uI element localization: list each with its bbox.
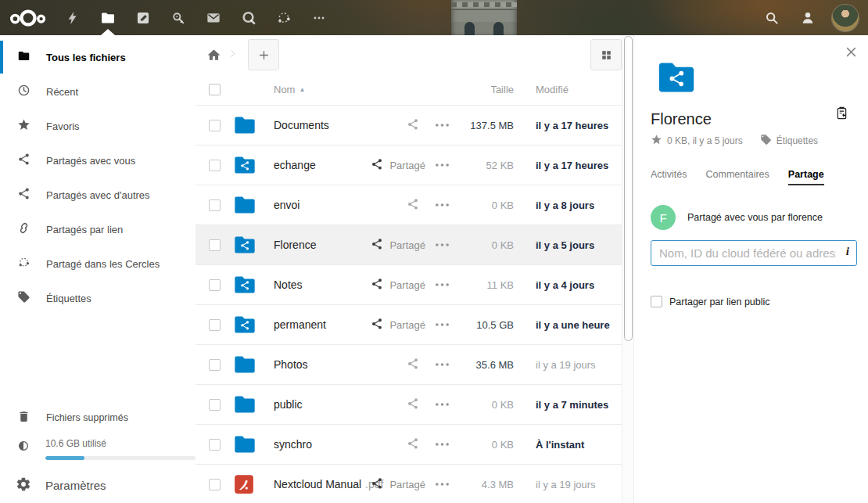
file-name[interactable]: Notes <box>274 278 348 291</box>
passwords-icon[interactable] <box>160 0 195 35</box>
file-size: 35.6 MB <box>457 359 514 371</box>
file-name[interactable]: Florence <box>274 239 348 251</box>
column-name[interactable]: Nom ▲ <box>274 84 348 95</box>
file-row[interactable]: Florence Partagé 0 KB il y a 5 jours <box>195 225 622 265</box>
row-checkbox[interactable] <box>209 359 221 371</box>
activity-icon[interactable] <box>55 0 90 35</box>
file-row[interactable]: Nextcloud Manual.pdf Partagé 4.3 MB il y… <box>195 465 622 503</box>
row-checkbox[interactable] <box>209 319 221 331</box>
share-recipient-input[interactable] <box>651 240 857 266</box>
sidebar-item-shared-by-link[interactable]: Partagés par lien <box>0 212 195 246</box>
share-action[interactable] <box>348 118 426 133</box>
row-actions-menu[interactable] <box>426 482 457 487</box>
mail-icon[interactable] <box>195 0 231 35</box>
sidebar-item-settings[interactable]: Paramètres <box>0 468 195 503</box>
file-name[interactable]: Nextcloud Manual.pdf <box>274 478 348 490</box>
sidebar-item-all-files[interactable]: Tous les fichiers <box>0 40 195 74</box>
share-action[interactable]: Partagé <box>348 278 426 293</box>
row-checkbox[interactable] <box>209 160 221 171</box>
file-row[interactable]: public 0 KB il y a 7 minutes <box>195 385 622 425</box>
share-action[interactable]: Partagé <box>348 238 426 253</box>
search-icon[interactable] <box>760 0 784 35</box>
row-checkbox[interactable] <box>209 239 221 251</box>
file-list-scrollbar[interactable] <box>622 35 633 503</box>
file-name[interactable]: permanent <box>274 318 348 331</box>
file-modified: il y a 19 jours <box>514 359 622 371</box>
contacts-icon[interactable] <box>796 0 820 35</box>
file-name[interactable]: envoi <box>274 199 348 211</box>
row-actions-menu[interactable] <box>426 322 457 327</box>
sidebar-item-tags[interactable]: Étiquettes <box>0 281 195 315</box>
shared-label: Partagé <box>389 319 425 331</box>
file-row[interactable]: echange Partagé 52 KB il y a 17 heures <box>195 146 622 185</box>
file-name[interactable]: public <box>274 398 348 411</box>
row-actions-menu[interactable] <box>426 402 457 407</box>
file-row[interactable]: Documents 137.5 MB il y a 17 heures <box>195 106 622 146</box>
row-actions-menu[interactable] <box>426 163 457 167</box>
file-row[interactable]: Photos 35.6 MB il y a 19 jours <box>195 345 622 385</box>
row-checkbox[interactable] <box>209 479 221 490</box>
row-actions-menu[interactable] <box>426 442 457 447</box>
circles-icon[interactable] <box>266 0 301 35</box>
scrollbar-thumb[interactable] <box>624 36 633 341</box>
share-action[interactable] <box>348 437 426 452</box>
nextcloud-logo-icon[interactable] <box>9 8 47 28</box>
tags-link[interactable]: Étiquettes <box>777 135 818 146</box>
share-action[interactable] <box>348 397 426 412</box>
row-checkbox[interactable] <box>209 120 221 131</box>
row-checkbox[interactable] <box>209 199 221 211</box>
grid-view-toggle[interactable] <box>590 39 622 70</box>
talk-icon[interactable] <box>231 0 266 35</box>
file-row[interactable]: envoi 0 KB il y a 8 jours <box>195 185 622 225</box>
row-actions-menu[interactable] <box>426 362 457 367</box>
header-background-photo <box>451 0 517 35</box>
notes-icon[interactable] <box>125 0 160 35</box>
sidebar-item-recent[interactable]: Récent <box>0 74 195 109</box>
file-name[interactable]: Documents <box>274 119 348 131</box>
file-size: 137.5 MB <box>457 120 514 131</box>
row-actions-menu[interactable] <box>426 282 457 287</box>
user-avatar[interactable] <box>832 5 859 31</box>
sidebar-item-trash[interactable]: Fichiers supprimés <box>0 402 195 433</box>
file-size: 52 KB <box>457 160 514 171</box>
share-action[interactable]: Partagé <box>348 318 426 332</box>
row-actions-menu[interactable] <box>426 203 457 207</box>
row-checkbox[interactable] <box>209 399 221 411</box>
share-action[interactable]: Partagé <box>348 477 426 492</box>
column-size[interactable]: Taille <box>457 84 514 95</box>
select-all-checkbox[interactable] <box>209 84 221 95</box>
file-name[interactable]: Photos <box>274 358 348 371</box>
file-name[interactable]: echange <box>274 159 348 171</box>
tab-activities[interactable]: Activités <box>651 169 687 185</box>
row-actions-menu[interactable] <box>426 243 457 247</box>
file-size: 11 KB <box>457 279 514 291</box>
share-action[interactable] <box>348 357 426 372</box>
file-row[interactable]: synchro 0 KB À l'instant <box>195 425 622 465</box>
row-checkbox[interactable] <box>209 279 221 291</box>
tab-sharing[interactable]: Partage <box>788 169 824 185</box>
new-file-button[interactable] <box>248 39 279 70</box>
sidebar-item-shared-with-others[interactable]: Partagés avec d'autres <box>0 178 195 212</box>
more-apps-icon[interactable] <box>301 0 336 35</box>
info-icon[interactable]: i <box>846 245 849 258</box>
public-link-checkbox[interactable] <box>651 296 662 307</box>
column-modified[interactable]: Modifié <box>514 84 622 95</box>
sharer-avatar: F <box>651 205 676 230</box>
sidebar-item-shared-in-circles[interactable]: Partagé dans les Cercles <box>0 246 195 281</box>
share-action[interactable] <box>348 198 426 213</box>
top-bar <box>0 0 868 35</box>
clipboard-copy-icon[interactable] <box>834 106 849 124</box>
sidebar-item-favorites[interactable]: Favoris <box>0 109 195 143</box>
close-icon[interactable] <box>845 45 858 62</box>
favorite-star-icon[interactable] <box>651 134 662 148</box>
home-icon[interactable] <box>202 48 225 63</box>
tab-comments[interactable]: Commentaires <box>706 169 769 185</box>
file-row[interactable]: permanent Partagé 10.5 GB il y a une heu… <box>195 305 622 345</box>
row-actions-menu[interactable] <box>426 123 457 128</box>
share-action[interactable]: Partagé <box>348 158 426 173</box>
public-link-option[interactable]: Partager par lien public <box>651 296 857 307</box>
sidebar-item-shared-with-you[interactable]: Partagés avec vous <box>0 143 195 178</box>
file-row[interactable]: Notes Partagé 11 KB il y a 4 jours <box>195 265 622 305</box>
file-name[interactable]: synchro <box>274 438 348 451</box>
row-checkbox[interactable] <box>209 439 221 451</box>
